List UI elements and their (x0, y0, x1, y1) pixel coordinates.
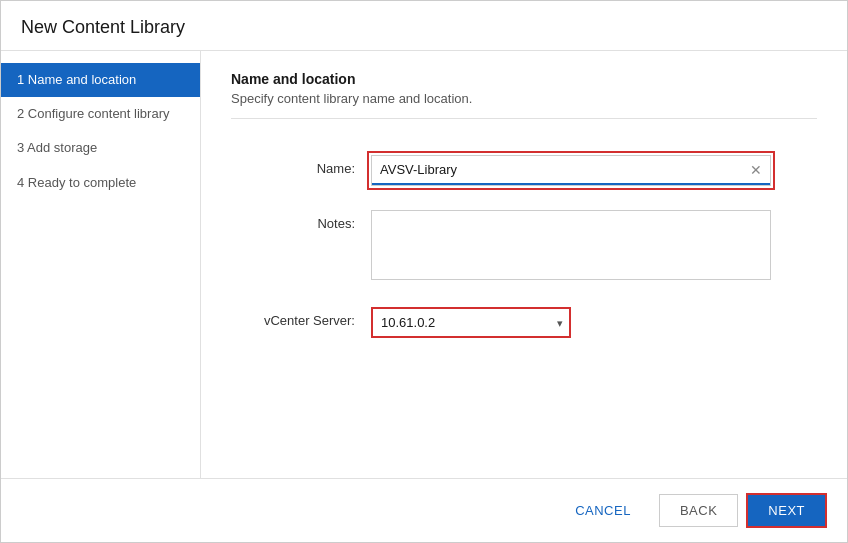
vcenter-field: 10.61.0.2 ▾ (371, 307, 771, 338)
dialog-footer: CANCEL BACK NEXT (1, 478, 847, 542)
sidebar-item-add-storage[interactable]: 3 Add storage (1, 131, 200, 165)
name-form-row: Name: ✕ (231, 155, 817, 186)
sidebar-item-ready-complete[interactable]: 4 Ready to complete (1, 166, 200, 200)
vcenter-select-wrapper: 10.61.0.2 ▾ (371, 307, 571, 338)
name-input[interactable] (372, 156, 742, 183)
name-field: ✕ (371, 155, 771, 186)
name-input-box: ✕ (371, 155, 771, 186)
new-content-library-dialog: New Content Library 1 Name and location … (0, 0, 848, 543)
vcenter-select[interactable]: 10.61.0.2 (373, 309, 569, 336)
notes-label: Notes: (231, 210, 371, 231)
sidebar: 1 Name and location 2 Configure content … (1, 51, 201, 478)
notes-form-row: Notes: (231, 210, 817, 283)
main-content: Name and location Specify content librar… (201, 51, 847, 478)
notes-field (371, 210, 771, 283)
section-subtitle: Specify content library name and locatio… (231, 91, 817, 119)
form-area: Name: ✕ Notes: (231, 135, 817, 458)
cancel-button[interactable]: CANCEL (555, 495, 651, 526)
next-button[interactable]: NEXT (746, 493, 827, 528)
sidebar-item-configure-content[interactable]: 2 Configure content library (1, 97, 200, 131)
dialog-body: 1 Name and location 2 Configure content … (1, 51, 847, 478)
clear-icon[interactable]: ✕ (742, 158, 770, 182)
vcenter-form-row: vCenter Server: 10.61.0.2 ▾ (231, 307, 817, 338)
name-input-inner: ✕ (372, 156, 770, 185)
vcenter-label: vCenter Server: (231, 307, 371, 328)
back-button[interactable]: BACK (659, 494, 738, 527)
dialog-title: New Content Library (1, 1, 847, 51)
section-title: Name and location (231, 71, 817, 87)
notes-textarea[interactable] (371, 210, 771, 280)
sidebar-item-name-location[interactable]: 1 Name and location (1, 63, 200, 97)
name-label: Name: (231, 155, 371, 176)
